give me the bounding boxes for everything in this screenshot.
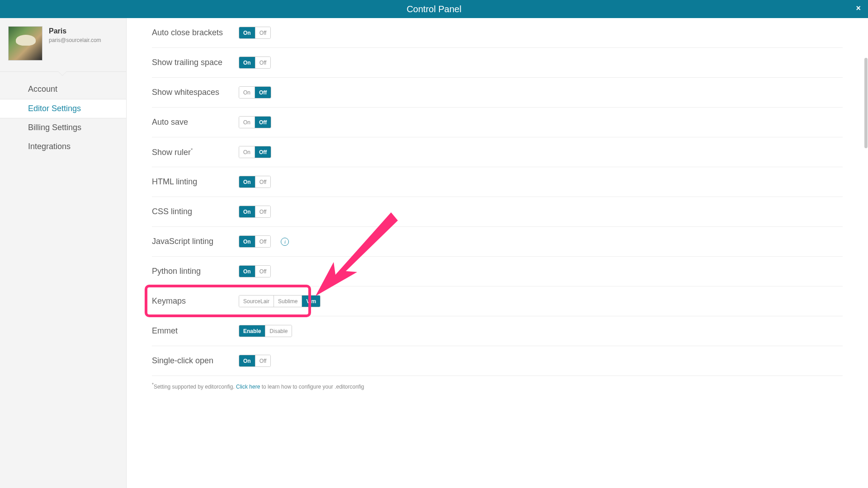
profile-name: Paris	[49, 27, 101, 35]
setting-html-linting: HTML linting On Off	[152, 167, 843, 197]
toggle-on[interactable]: On	[239, 266, 255, 277]
setting-show-whitespaces: Show whitespaces On Off	[152, 78, 843, 108]
sidebar: Paris paris@sourcelair.com Account Edito…	[0, 18, 127, 488]
profile-email: paris@sourcelair.com	[49, 37, 101, 43]
sidebar-item-account[interactable]: Account	[0, 80, 126, 99]
emmet-option-disable[interactable]: Disable	[265, 325, 292, 337]
toggle-python-linting: On Off	[239, 265, 271, 277]
keymap-option-vim[interactable]: Vim	[302, 296, 320, 307]
setting-label: Python linting	[152, 267, 239, 276]
toggle-auto-close-brackets: On Off	[239, 27, 271, 39]
toggle-on[interactable]: On	[239, 236, 255, 247]
setting-label: Auto save	[152, 117, 239, 127]
toggle-javascript-linting: On Off	[239, 235, 271, 248]
toggle-off[interactable]: Off	[255, 176, 271, 188]
toggle-on[interactable]: On	[239, 355, 255, 366]
sidebar-item-billing-settings[interactable]: Billing Settings	[0, 118, 126, 137]
toggle-on[interactable]: On	[239, 146, 255, 158]
footnote: *Setting supported by editorconfig. Clic…	[152, 376, 843, 399]
setting-javascript-linting: JavaScript linting On Off i	[152, 227, 843, 257]
page-title: Control Panel	[406, 4, 461, 14]
toggle-on[interactable]: On	[239, 87, 255, 98]
toggle-off[interactable]: Off	[255, 266, 271, 277]
toggle-on[interactable]: On	[239, 27, 255, 38]
toggle-off[interactable]: Off	[255, 206, 271, 217]
toggle-on[interactable]: On	[239, 176, 255, 188]
sidebar-item-integrations[interactable]: Integrations	[0, 137, 126, 156]
info-icon[interactable]: i	[281, 238, 289, 246]
setting-label: Keymaps	[152, 296, 239, 306]
setting-label: Emmet	[152, 326, 239, 336]
setting-show-ruler: Show ruler* On Off	[152, 137, 843, 167]
footnote-link[interactable]: Click here	[236, 384, 260, 390]
sidebar-pointer-icon	[58, 71, 67, 75]
sidebar-item-editor-settings[interactable]: Editor Settings	[0, 99, 126, 118]
scrollbar-thumb[interactable]	[864, 58, 868, 148]
keymap-option-sublime[interactable]: Sublime	[274, 296, 302, 307]
toggle-html-linting: On Off	[239, 176, 271, 188]
toggle-auto-save: On Off	[239, 116, 271, 128]
toggle-single-click-open: On Off	[239, 355, 271, 367]
emmet-option-enable[interactable]: Enable	[239, 325, 265, 337]
toggle-off[interactable]: Off	[255, 146, 271, 158]
setting-auto-close-brackets: Auto close brackets On Off	[152, 18, 843, 48]
setting-show-trailing-space: Show trailing space On Off	[152, 48, 843, 78]
toggle-on[interactable]: On	[239, 57, 255, 68]
profile-block: Paris paris@sourcelair.com	[0, 18, 126, 72]
setting-label: Auto close brackets	[152, 28, 239, 38]
toggle-off[interactable]: Off	[255, 236, 271, 247]
toggle-off[interactable]: Off	[255, 87, 271, 98]
toggle-show-ruler: On Off	[239, 146, 271, 158]
toggle-emmet: Enable Disable	[239, 325, 292, 337]
setting-css-linting: CSS linting On Off	[152, 197, 843, 227]
footnote-marker-icon: *	[191, 147, 193, 153]
toggle-show-trailing-space: On Off	[239, 56, 271, 69]
setting-label: CSS linting	[152, 207, 239, 216]
toggle-off[interactable]: Off	[255, 57, 271, 68]
sidebar-nav: Account Editor Settings Billing Settings…	[0, 72, 126, 156]
sidebar-item-label: Editor Settings	[28, 104, 81, 113]
avatar	[8, 26, 42, 61]
main-content: Auto close brackets On Off Show trailing…	[127, 18, 868, 488]
sidebar-item-label: Account	[28, 84, 57, 94]
sidebar-item-label: Integrations	[28, 142, 71, 151]
close-icon[interactable]: ×	[856, 4, 861, 13]
setting-python-linting: Python linting On Off	[152, 257, 843, 286]
setting-single-click-open: Single-click open On Off	[152, 346, 843, 376]
toggle-on[interactable]: On	[239, 206, 255, 217]
setting-keymaps: Keymaps SourceLair Sublime Vim	[152, 286, 843, 316]
setting-label: Show trailing space	[152, 58, 239, 67]
setting-label: Show whitespaces	[152, 88, 239, 97]
setting-emmet: Emmet Enable Disable	[152, 316, 843, 346]
setting-label: Single-click open	[152, 356, 239, 366]
toggle-off[interactable]: Off	[255, 355, 271, 366]
toggle-off[interactable]: Off	[255, 117, 271, 128]
header-bar: Control Panel ×	[0, 0, 868, 18]
keymap-option-sourcelair[interactable]: SourceLair	[239, 296, 274, 307]
toggle-keymaps: SourceLair Sublime Vim	[239, 295, 321, 307]
setting-auto-save: Auto save On Off	[152, 108, 843, 137]
footnote-prefix: Setting supported by editorconfig.	[154, 384, 236, 390]
setting-label: Show ruler*	[152, 147, 239, 157]
toggle-on[interactable]: On	[239, 117, 255, 128]
toggle-show-whitespaces: On Off	[239, 86, 271, 99]
footnote-suffix: to learn how to configure your .editorco…	[260, 384, 364, 390]
toggle-off[interactable]: Off	[255, 27, 271, 38]
sidebar-item-label: Billing Settings	[28, 123, 81, 132]
setting-label: HTML linting	[152, 177, 239, 187]
setting-label: JavaScript linting	[152, 237, 239, 246]
toggle-css-linting: On Off	[239, 206, 271, 218]
